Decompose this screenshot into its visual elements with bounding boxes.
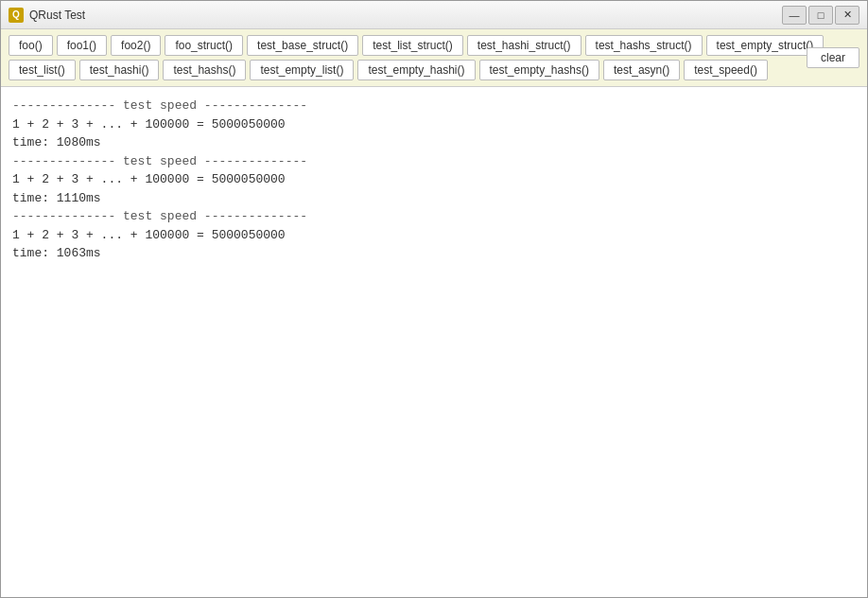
output-area: -------------- test speed --------------… [1,87,867,597]
close-button[interactable]: ✕ [835,6,859,25]
func-button-foo[interactable]: foo() [9,35,53,56]
func-button-test_hashs_struct[interactable]: test_hashs_struct() [585,35,703,56]
output-line: 1 + 2 + 3 + ... + 100000 = 5000050000 [12,226,856,245]
func-button-test_empty_hashi[interactable]: test_empty_hashi() [357,60,475,80]
window-controls: — □ ✕ [782,6,859,25]
func-button-test_speed[interactable]: test_speed() [684,60,768,80]
output-line: 1 + 2 + 3 + ... + 100000 = 5000050000 [12,170,856,189]
func-button-test_base_struct[interactable]: test_base_struct() [247,35,358,56]
func-button-test_hashs[interactable]: test_hashs() [163,60,246,80]
func-button-foo1[interactable]: foo1() [57,35,107,56]
func-button-test_list[interactable]: test_list() [9,60,76,80]
func-button-test_hashi_struct[interactable]: test_hashi_struct() [467,35,582,56]
func-button-test_hashi[interactable]: test_hashi() [79,60,160,80]
app-icon: Q [9,8,24,23]
func-button-foo2[interactable]: foo2() [111,35,161,56]
title-bar-left: Q QRust Test [9,8,85,23]
toolbar: foo()foo1()foo2()foo_struct()test_base_s… [1,29,867,87]
minimize-button[interactable]: — [782,6,807,25]
output-line: 1 + 2 + 3 + ... + 100000 = 5000050000 [12,115,856,134]
output-line: -------------- test speed -------------- [12,207,856,226]
func-button-test_list_struct[interactable]: test_list_struct() [362,35,463,56]
maximize-button[interactable]: □ [808,6,833,25]
title-bar: Q QRust Test — □ ✕ [1,1,867,29]
output-line: time: 1110ms [12,189,856,208]
output-line: -------------- test speed -------------- [12,97,856,115]
output-line: time: 1063ms [12,244,856,263]
func-button-test_asyn[interactable]: test_asyn() [603,60,680,80]
output-line: -------------- test speed -------------- [12,152,856,171]
clear-button[interactable]: clear [807,47,859,68]
func-button-foo_struct[interactable]: foo_struct() [165,35,243,56]
main-window: Q QRust Test — □ ✕ foo()foo1()foo2()foo_… [0,0,868,598]
func-button-test_empty_list[interactable]: test_empty_list() [250,60,354,80]
window-title: QRust Test [29,9,85,22]
output-line: time: 1080ms [12,133,856,152]
func-button-test_empty_hashs[interactable]: test_empty_hashs() [479,60,599,80]
